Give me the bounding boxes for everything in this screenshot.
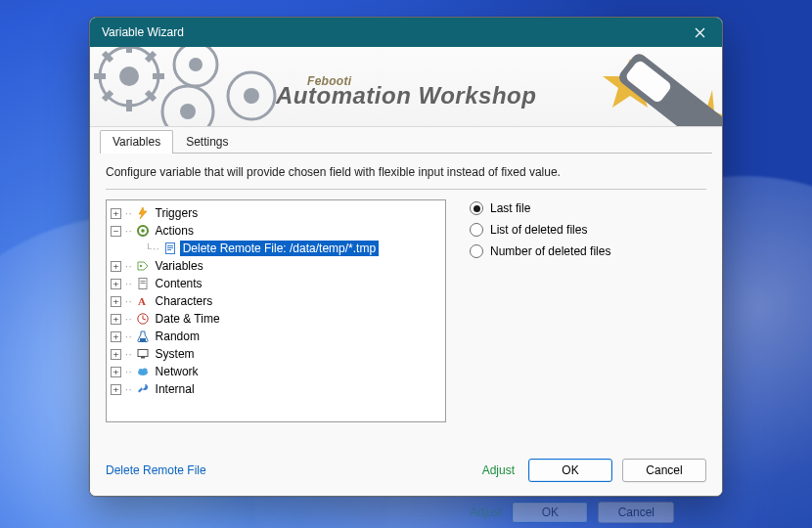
svg-point-13 [180, 104, 196, 119]
tree-label: Date & Time [153, 311, 223, 327]
context-link[interactable]: Delete Remote File [106, 463, 206, 477]
titlebar[interactable]: Variable Wizard [90, 18, 722, 47]
tree-label: Delete Remote File: /data/temp/*.tmp [180, 241, 379, 256]
expand-icon[interactable]: + [111, 367, 121, 377]
tree-label: Variables [153, 258, 206, 274]
footer: Delete Remote File Adjust OK Cancel [90, 449, 722, 496]
svg-point-11 [189, 58, 203, 71]
radio-label: List of deleted files [490, 223, 587, 237]
radio-label: Last file [490, 201, 530, 215]
tree-label: Actions [153, 223, 197, 239]
tab-bar: Variables Settings [90, 127, 722, 153]
cloud-icon [135, 364, 151, 379]
svg-rect-38 [141, 357, 145, 359]
svg-point-28 [139, 265, 141, 267]
tree-label: System [153, 346, 198, 362]
tag-icon [135, 258, 151, 274]
tree-item-characters[interactable]: +·· A Characters [109, 292, 443, 310]
svg-marker-20 [139, 207, 147, 219]
close-button[interactable] [677, 18, 722, 47]
tree-item-random[interactable]: +·· Random [109, 328, 443, 345]
expand-icon[interactable]: + [111, 279, 121, 289]
radio-last-file[interactable]: Last file [470, 201, 610, 215]
svg-rect-31 [140, 283, 145, 284]
close-icon [695, 27, 705, 38]
svg-rect-36 [140, 338, 146, 341]
tree-label: Internal [153, 381, 198, 397]
clock-icon [135, 311, 151, 327]
svg-rect-25 [167, 247, 173, 248]
svg-rect-30 [140, 281, 145, 282]
tree-item-actions[interactable]: −·· Actions [109, 222, 443, 240]
background-ghost-buttons: Adjust OK Cancel [470, 502, 674, 523]
tree-item-network[interactable]: +·· Network [109, 363, 443, 380]
expand-icon[interactable]: + [111, 261, 121, 272]
tree-item-contents[interactable]: +·· Contents [109, 275, 443, 292]
monitor-icon [135, 346, 151, 362]
dialog-window: Variable Wizard [89, 17, 723, 497]
radio-icon [470, 223, 483, 237]
cancel-button[interactable]: Cancel [622, 459, 706, 482]
svg-point-15 [244, 88, 259, 104]
expand-icon[interactable]: + [111, 208, 121, 219]
tree-item-datetime[interactable]: +·· Date & Time [109, 310, 443, 328]
expand-icon[interactable]: + [111, 349, 121, 360]
ok-button[interactable]: OK [528, 459, 612, 482]
radio-icon [470, 244, 483, 258]
divider [106, 189, 706, 190]
tree-view[interactable]: +·· Triggers −·· Actions └·· Delete Remo… [106, 199, 446, 422]
tree-item-delete-remote-file[interactable]: └·· Delete Remote File: /data/temp/*.tmp [109, 240, 443, 257]
tree-label: Random [153, 329, 203, 344]
adjust-link[interactable]: Adjust [482, 463, 519, 477]
radio-number-deleted[interactable]: Number of deleted files [470, 244, 610, 258]
tab-settings[interactable]: Settings [173, 130, 241, 154]
gear-icon [135, 223, 151, 239]
tree-label: Triggers [153, 205, 202, 221]
tree-item-variables[interactable]: +·· Variables [109, 257, 443, 275]
banner: Febooti Automation Workshop [90, 47, 722, 127]
wrench-icon [135, 381, 151, 397]
svg-point-41 [142, 368, 147, 373]
tree-label: Contents [153, 276, 205, 291]
tree-item-triggers[interactable]: +·· Triggers [109, 204, 443, 222]
expand-icon[interactable]: + [111, 331, 121, 342]
collapse-icon[interactable]: − [111, 226, 121, 237]
svg-point-22 [141, 229, 145, 233]
svg-rect-24 [167, 245, 173, 246]
tab-variables[interactable]: Variables [100, 130, 173, 154]
svg-marker-27 [138, 262, 148, 270]
document-icon [135, 276, 151, 291]
description-text: Configure variable that will provide cho… [106, 165, 706, 179]
lightning-icon [135, 205, 151, 221]
radio-group: Last file List of deleted files Number o… [470, 199, 610, 441]
window-title: Variable Wizard [102, 25, 677, 39]
desktop-background: Adjust OK Cancel Variable Wizard [0, 0, 812, 528]
expand-icon[interactable]: + [111, 296, 121, 307]
brand-title: Automation Workshop [276, 82, 536, 110]
letter-a-icon: A [135, 293, 151, 309]
svg-rect-26 [167, 249, 171, 250]
radio-icon [470, 201, 483, 215]
svg-text:A: A [138, 295, 146, 307]
svg-rect-37 [138, 350, 148, 357]
radio-list-deleted[interactable]: List of deleted files [470, 223, 610, 237]
tree-label: Network [153, 364, 202, 379]
tree-item-internal[interactable]: +·· Internal [109, 380, 443, 398]
tree-label: Characters [153, 293, 216, 309]
flask-icon [135, 329, 151, 344]
expand-icon[interactable]: + [111, 384, 121, 395]
expand-icon[interactable]: + [111, 314, 121, 325]
radio-label: Number of deleted files [490, 244, 610, 258]
tree-item-system[interactable]: +·· System [109, 345, 443, 363]
svg-point-1 [119, 66, 139, 86]
file-icon [162, 241, 178, 256]
